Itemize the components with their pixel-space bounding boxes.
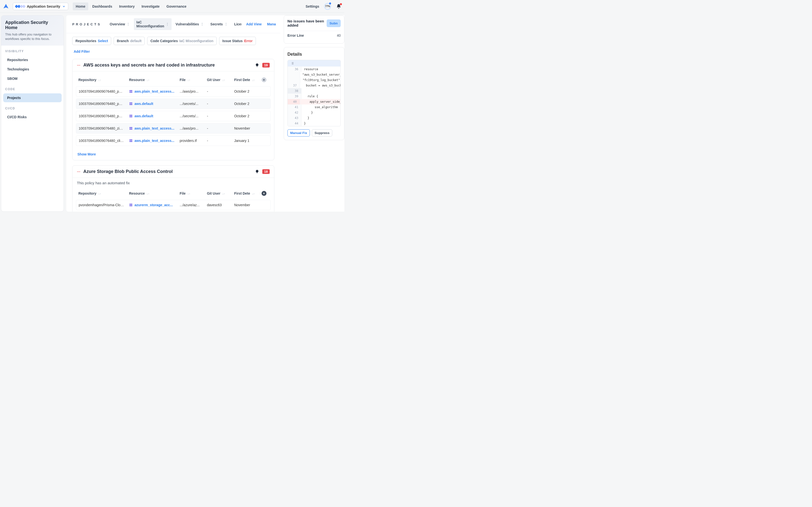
cell-resource[interactable]: aws.default	[126, 111, 177, 121]
app-picker[interactable]: Application Security	[13, 3, 68, 10]
table-row[interactable]: 1003709418909076480_ziyu...aws.plain_tex…	[76, 123, 271, 133]
sidebar-item-projects[interactable]: Projects	[3, 93, 62, 102]
sidebar-item-repositories[interactable]: Repositories	[3, 55, 62, 64]
table-row[interactable]: pvondemhagen/Prisma-Cloud...azurerm_stor…	[76, 200, 271, 210]
line-content: resource	[302, 66, 321, 72]
nav-tab-home[interactable]: Home	[73, 2, 88, 10]
add-filter-link[interactable]: Add Filter	[72, 48, 91, 55]
show-more-link[interactable]: Show More	[72, 151, 274, 160]
cell-resource[interactable]: aws.plain_text_access...	[126, 123, 177, 133]
notifications-bell-icon[interactable]	[336, 4, 342, 9]
filter-chip-repositories[interactable]: RepositoriesSelect	[72, 37, 111, 45]
lightbulb-icon[interactable]	[255, 169, 259, 174]
kebab-icon[interactable]: ⋮	[166, 22, 169, 26]
col-header[interactable]: File ↓↑	[177, 189, 205, 198]
subtab-secrets[interactable]: Secrets⋮	[208, 18, 230, 30]
add-view-link[interactable]: Add View	[246, 22, 261, 26]
card-menu-icon[interactable]: ⋯	[77, 63, 81, 67]
nav-tab-dashboards[interactable]: Dashboards	[89, 2, 115, 10]
no-issues-heading: No issues have been added	[288, 19, 324, 27]
add-column-button[interactable]: +	[261, 191, 266, 196]
manage-views-link[interactable]: Mana	[267, 22, 276, 26]
col-header[interactable]: Resource ↓↑	[126, 75, 177, 84]
card-note: This policy has an automated fix	[72, 178, 274, 185]
cell-resource[interactable]: aws.plain_text_access...	[126, 86, 177, 97]
sidebar-item-technologies[interactable]: Technologies	[3, 65, 62, 74]
filter-chip-code-categories[interactable]: Code CategoriesIaC Misconfiguration	[147, 37, 217, 45]
cell-file: .../aws/pro...	[177, 123, 205, 133]
cell-first-detected: October 2	[232, 111, 259, 121]
cell-git-user: -	[204, 123, 232, 133]
sort-icon: ↓↑	[98, 192, 101, 195]
col-header[interactable]: Repository ↓↑	[76, 75, 126, 84]
kebab-icon[interactable]: ⋮	[224, 22, 228, 26]
sidebar: Application Security Home This hub offer…	[1, 15, 64, 212]
line-content	[302, 88, 306, 94]
col-header[interactable]: Git User ↓↑	[204, 189, 232, 198]
subtabs-heading: PROJECTS	[72, 22, 101, 26]
app-picker-label: Application Security	[27, 4, 60, 8]
cell-first-detected: October 2	[232, 86, 259, 97]
sidebar-item-sbom[interactable]: SBOM	[3, 74, 62, 83]
line-number: 39	[288, 94, 302, 99]
add-column-button[interactable]: +	[261, 77, 266, 82]
subtab-overview[interactable]: Overview⋮	[107, 18, 133, 30]
nav-tab-inventory[interactable]: Inventory	[116, 2, 138, 10]
line-number: 44	[288, 121, 302, 126]
col-header[interactable]: File ↓↑	[177, 75, 205, 84]
details-heading: Details	[288, 51, 341, 60]
submit-button[interactable]: Subn	[326, 19, 341, 27]
cell-first-detected: November	[232, 123, 259, 133]
col-header[interactable]: Git User ↓↑	[204, 75, 232, 84]
score-gauge[interactable]: 77%	[324, 3, 331, 10]
kebab-icon[interactable]: ⋮	[126, 22, 130, 26]
subtabs-row: PROJECTS Overview⋮IaC Misconfiguration⋮V…	[66, 15, 280, 33]
line-number: 37	[288, 83, 300, 88]
policy-card: ⋯Azure Storage Blob Public Access Contro…	[72, 165, 274, 212]
cards-scroll: ⋯AWS access keys and secrets are hard co…	[66, 59, 280, 212]
settings-link[interactable]: Settings	[306, 4, 319, 8]
list-icon	[291, 62, 294, 65]
sort-icon: ↓↑	[188, 78, 190, 81]
cell-git-user: -	[204, 135, 232, 146]
subtab-iac-misconfiguration[interactable]: IaC Misconfiguration⋮	[134, 18, 171, 30]
right-panel: No issues have been added Subn Error Lin…	[280, 15, 344, 212]
lightbulb-icon[interactable]	[255, 63, 259, 67]
col-header[interactable]: Repository ↓↑	[76, 189, 126, 198]
filter-chip-branch[interactable]: Branchdefault	[114, 37, 145, 45]
cell-file: .../azure/az...	[177, 200, 205, 210]
kebab-icon[interactable]: ⋮	[200, 22, 204, 26]
line-number: 42	[288, 110, 302, 115]
cell-resource[interactable]: azurerm_storage_acc...	[126, 200, 177, 210]
line-content: }	[302, 110, 315, 115]
code-line: 38	[288, 88, 341, 94]
main-content: PROJECTS Overview⋮IaC Misconfiguration⋮V…	[66, 15, 280, 212]
cell-git-user: -	[204, 111, 232, 121]
issues-table: Repository ↓↑Resource ↓↑File ↓↑Git User …	[72, 185, 274, 212]
col-header[interactable]: First Dete ↓↑	[232, 75, 259, 84]
nav-tab-investigate[interactable]: Investigate	[139, 2, 162, 10]
manual-fix-button[interactable]: Manual Fix	[288, 129, 310, 136]
sidebar-item-ci-cd-risks[interactable]: CI/CD Risks	[3, 113, 62, 121]
sort-icon: ↓↑	[252, 192, 255, 195]
subtab-licenses[interactable]: Licenses⋮	[232, 18, 242, 30]
col-header[interactable]: First Dete ↓↑	[232, 189, 259, 198]
table-row[interactable]: 1003709418909076480_pad...aws.plain_text…	[76, 86, 271, 97]
cell-resource[interactable]: aws.default	[126, 99, 177, 109]
subtab-vulnerabilities[interactable]: Vulnerabilities⋮	[173, 18, 206, 30]
nav-tab-governance[interactable]: Governance	[163, 2, 189, 10]
col-header[interactable]: Resource ↓↑	[126, 189, 177, 198]
table-row[interactable]: 1003709418909076480_pad...aws.default...…	[76, 111, 271, 121]
cell-first-detected: October 2	[232, 99, 259, 109]
filter-chip-issue-status[interactable]: Issue StatusError	[219, 37, 256, 45]
table-row[interactable]: 1003709418909076480_pad...aws.default...…	[76, 99, 271, 109]
cell-first-detected: January 1	[232, 135, 259, 146]
code-line: 41 sse_algorithm	[288, 105, 341, 110]
code-line: 39 rule {	[288, 94, 341, 99]
line-content: "aws_s3_bucket_server_si	[300, 72, 341, 77]
cell-resource[interactable]: aws.plain_text_access...	[126, 135, 177, 146]
suppress-button[interactable]: Suppress	[312, 129, 332, 136]
line-number	[288, 72, 300, 77]
table-row[interactable]: 1003709418909076480_cli_r...aws.plain_te…	[76, 135, 271, 146]
card-menu-icon[interactable]: ⋯	[77, 170, 81, 174]
